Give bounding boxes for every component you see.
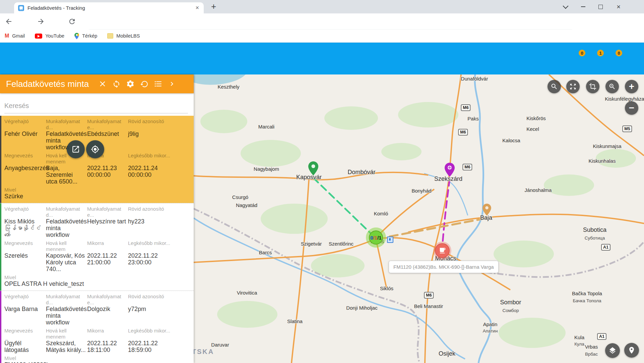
map-city-label: Kiskőrös bbox=[526, 115, 546, 121]
locate-on-map-button[interactable] bbox=[86, 140, 104, 158]
search-input[interactable] bbox=[4, 101, 188, 113]
map-city-label: TSKA bbox=[194, 348, 214, 356]
field-label: Legkésőbb mikor... bbox=[128, 153, 192, 165]
tab-close-icon[interactable]: × bbox=[195, 4, 200, 11]
bookmark-youtube[interactable]: YouTube bbox=[35, 33, 64, 39]
road-badge: M6 bbox=[462, 164, 472, 170]
map-city-label: Kula bbox=[574, 334, 584, 340]
list-view-icon[interactable] bbox=[154, 80, 163, 88]
task-pin-tan[interactable] bbox=[482, 204, 491, 216]
field-label: Munkafolyamat e... bbox=[87, 206, 128, 218]
reload-icon[interactable] bbox=[68, 17, 76, 25]
panel-chevron-right-icon[interactable] bbox=[168, 80, 176, 88]
task-pin-green[interactable] bbox=[308, 161, 318, 175]
close-icon[interactable] bbox=[98, 80, 107, 88]
minus-icon: − bbox=[629, 103, 634, 113]
task-card[interactable]: Végrehajtó Munkafolyamat d... Munkafolya… bbox=[0, 291, 194, 363]
map-city-label: Kecel bbox=[526, 126, 539, 132]
map-city-label: Nagyatád bbox=[236, 202, 257, 208]
map-city-label: Sombor bbox=[500, 299, 521, 306]
map-city-label: Komló bbox=[374, 211, 388, 216]
workflow-state-value: Dolgozik bbox=[87, 306, 128, 326]
field-label: Végrehajtó bbox=[4, 294, 46, 306]
field-label: Rövid azonosító bbox=[128, 118, 192, 131]
tab-search-chevron-icon[interactable] bbox=[557, 0, 574, 13]
vehicle-marker[interactable] bbox=[435, 243, 450, 258]
settings-gear-icon[interactable] bbox=[126, 80, 135, 88]
map-city-label: Nagybajom bbox=[254, 166, 279, 172]
road-badge: A1 bbox=[597, 333, 606, 340]
latest-due-value: 2022.11.22 23:00:00 bbox=[128, 252, 192, 272]
back-icon[interactable] bbox=[5, 17, 13, 25]
map-city-label: Slatina bbox=[287, 318, 303, 324]
task-list: Végrehajtó Munkafolyamat d... Munkafolya… bbox=[0, 116, 194, 363]
map-layers-button[interactable] bbox=[605, 343, 620, 358]
sync-icon[interactable] bbox=[112, 80, 121, 88]
map-city-label: Бачка Топола bbox=[573, 298, 601, 303]
gmail-icon: M bbox=[5, 33, 9, 39]
map-location-button[interactable] bbox=[624, 343, 639, 358]
bookmark-gmail[interactable]: M Gmail bbox=[5, 33, 25, 39]
browser-tab[interactable]: Feladatkövetés - Tracking × bbox=[14, 2, 204, 13]
forward-icon[interactable] bbox=[37, 17, 45, 25]
window-minimize-button[interactable] bbox=[574, 0, 592, 13]
map-city-label: Subotica bbox=[583, 226, 606, 234]
short-id-value: j9lig bbox=[128, 131, 192, 151]
map-base-layer bbox=[194, 74, 644, 363]
reset-history-icon[interactable] bbox=[140, 80, 148, 88]
window-restore-button[interactable] bbox=[592, 0, 609, 13]
new-tab-button[interactable]: + bbox=[211, 1, 216, 12]
bookmark-maps[interactable]: Térkép bbox=[74, 33, 97, 39]
workflow-definition-value: Feladatkövetés minta workflow bbox=[46, 306, 87, 326]
bookmark-mobilelbs[interactable]: MobileLBS bbox=[107, 33, 140, 39]
workflow-definition-value: Feladatkövetés minta workflow bbox=[46, 218, 87, 238]
map-city-label: Jánoshalma bbox=[525, 187, 552, 193]
task-pin-purple[interactable] bbox=[445, 163, 455, 177]
map-city-label: Сомбор bbox=[502, 308, 519, 313]
destination-value: Baja, Szeremlei utca 6500... bbox=[46, 165, 87, 185]
window-close-button[interactable]: × bbox=[610, 0, 627, 13]
field-label: Mivel bbox=[4, 355, 192, 361]
task-card[interactable]: Végrehajtó Munkafolyamat d... Munkafolya… bbox=[0, 203, 194, 291]
tab-favicon-icon bbox=[18, 5, 24, 11]
short-id-value: y72pm bbox=[128, 306, 192, 326]
station-marker[interactable] bbox=[387, 237, 393, 243]
map-city-label: Dombóvár bbox=[347, 169, 375, 176]
field-label: Megnevezés bbox=[4, 240, 46, 252]
field-label: Mikorra bbox=[87, 240, 128, 252]
executor-value: Varga Barna bbox=[4, 306, 46, 326]
open-details-button[interactable] bbox=[67, 140, 85, 158]
map-cluster-marker[interactable]: 0/1/1 bbox=[366, 227, 386, 248]
zoom-in-search-icon bbox=[608, 83, 616, 90]
cluster-count: 0/1/1 bbox=[369, 230, 383, 245]
map-zoom-box-button[interactable] bbox=[605, 80, 619, 93]
road-badge: M6 bbox=[461, 104, 470, 111]
road-badge: M6 bbox=[424, 292, 434, 299]
latest-due-value: 2022.11.24 00:00:00 bbox=[128, 165, 192, 185]
place-pin-icon bbox=[628, 346, 636, 354]
map-zoom-in-button[interactable]: + bbox=[625, 80, 638, 93]
youtube-icon bbox=[35, 34, 42, 39]
task-card[interactable]: Végrehajtó Munkafolyamat d... Munkafolya… bbox=[0, 116, 194, 203]
map-city-label: Szigetvár bbox=[301, 241, 322, 247]
executor-value: Kiss Miklós မြန်မာနိုင်ငံတော် bbox=[4, 218, 46, 238]
layers-icon bbox=[608, 347, 617, 355]
map-crop-button[interactable] bbox=[586, 80, 599, 93]
open-in-new-icon bbox=[71, 145, 80, 154]
task-name-value: Szerelés bbox=[4, 252, 46, 272]
map-search-button[interactable] bbox=[548, 80, 561, 93]
road-badge: A1 bbox=[601, 244, 610, 251]
map-city-label: Vrbas bbox=[585, 344, 598, 350]
map-zoom-out-button[interactable]: − bbox=[625, 101, 638, 115]
field-label: Megnevezés bbox=[4, 153, 46, 165]
task-name-value: Anyagbeszerzés bbox=[4, 165, 46, 185]
map-city-label: Bonyhád bbox=[411, 188, 431, 194]
due-value: 2022.11.22 21:00:00 bbox=[87, 252, 128, 272]
map-city-label: Barcs bbox=[259, 250, 272, 255]
field-label: Végrehajtó bbox=[4, 206, 46, 218]
map-fullscreen-button[interactable] bbox=[566, 80, 580, 93]
map-city-label: Апатин bbox=[483, 328, 498, 333]
map-canvas[interactable]: KeszthelyDunaföldvárKiskunfélegyházaPaks… bbox=[194, 74, 644, 363]
map-city-label: Keszthely bbox=[217, 84, 239, 90]
bookmarks-bar: M Gmail YouTube Térkép MobileLBS bbox=[0, 30, 644, 43]
